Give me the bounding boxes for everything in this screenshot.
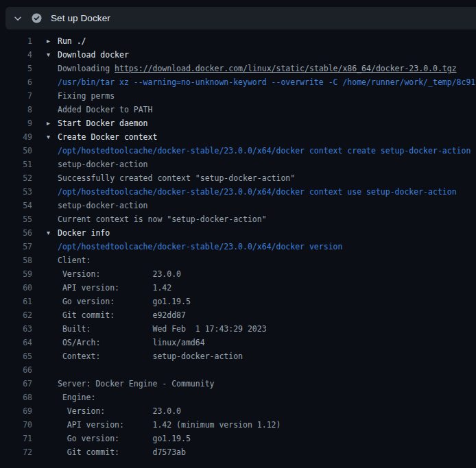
line-number[interactable]: 59 [0,267,32,281]
log-line: 67Server: Docker Engine - Community [0,377,476,391]
line-number[interactable]: 63 [0,322,32,336]
line-number[interactable]: 72 [0,445,32,459]
line-number[interactable]: 71 [0,432,32,445]
arrow-spacer [32,267,58,281]
group-title: Start Docker daemon [58,119,148,128]
arrow-spacer [32,404,58,418]
log-line: 69 Version: 23.0.0 [0,404,476,418]
log-line: 62 Git commit: e92dd87 [0,308,476,322]
line-number[interactable]: 62 [0,308,32,322]
log-text: Version: 23.0.0 [58,267,476,281]
log-command: /opt/hostedtoolcache/docker-stable/23.0.… [58,146,471,156]
arrow-spacer [32,75,58,89]
log-command: /opt/hostedtoolcache/docker-stable/23.0.… [58,187,457,197]
line-number[interactable]: 9 [0,116,32,130]
line-number[interactable]: 7 [0,89,32,103]
log-text: Git commit: d7573ab [58,445,476,459]
log-line: 51setup-docker-action [0,158,476,171]
group-expand-icon[interactable]: ▸ [32,116,58,130]
arrow-spacer [32,363,58,377]
line-number[interactable]: 68 [0,391,32,404]
line-number[interactable]: 57 [0,240,32,254]
log-segment: OS/Arch: linux/amd64 [58,338,205,347]
line-number[interactable]: 55 [0,212,32,226]
group-title: Create Docker context [58,132,157,142]
line-number[interactable]: 1 [0,34,32,48]
log-command: /opt/hostedtoolcache/docker-stable/23.0.… [58,242,342,251]
log-segment: Server: Docker Engine - Community [58,379,214,389]
log-segment: API version: 1.42 (minimum version 1.12) [58,420,281,430]
arrow-spacer [32,240,58,254]
arrow-spacer [32,254,58,267]
line-number[interactable]: 49 [0,130,32,144]
line-number[interactable]: 70 [0,418,32,432]
log-line: 52Successfully created context "setup-do… [0,171,476,185]
log-text: Current context is now "setup-docker-act… [58,212,476,226]
log-link[interactable]: https://download.docker.com/linux/static… [115,64,457,73]
log-segment: Go version: go1.19.5 [58,434,191,443]
line-number[interactable]: 54 [0,199,32,212]
line-number[interactable]: 50 [0,144,32,158]
log-line: 6/usr/bin/tar xz --warning=no-unknown-ke… [0,75,476,89]
group-collapse-icon[interactable]: ▾ [32,48,58,62]
line-number[interactable]: 65 [0,349,32,363]
group-collapse-icon[interactable]: ▾ [32,226,58,240]
line-number[interactable]: 53 [0,185,32,199]
line-number[interactable]: 60 [0,281,32,295]
log-segment: Go version: go1.19.5 [58,297,191,306]
chevron-down-icon[interactable] [13,14,23,23]
arrow-spacer [32,144,58,158]
line-number[interactable]: 66 [0,363,32,377]
log-text: Context: setup-docker-action [58,349,476,363]
log-text: API version: 1.42 (minimum version 1.12) [58,418,476,432]
log-line: 72 Git commit: d7573ab [0,445,476,459]
line-number[interactable]: 64 [0,336,32,349]
group-title: Run ./ [58,36,86,46]
line-number[interactable]: 8 [0,103,32,116]
log-line: 59 Version: 23.0.0 [0,267,476,281]
line-number[interactable]: 4 [0,48,32,62]
log-line: 56▾Docker info [0,226,476,240]
log-segment: Git commit: d7573ab [58,447,186,457]
group-expand-icon[interactable]: ▸ [32,34,58,48]
log-text: /opt/hostedtoolcache/docker-stable/23.0.… [58,185,476,199]
log-line: 49▾Create Docker context [0,130,476,144]
line-number[interactable]: 58 [0,254,32,267]
arrow-spacer [32,103,58,116]
log-line: 57/opt/hostedtoolcache/docker-stable/23.… [0,240,476,254]
line-number[interactable]: 52 [0,171,32,185]
line-number[interactable]: 69 [0,404,32,418]
log-text: Create Docker context [58,130,476,144]
log-text: Added Docker to PATH [58,103,476,116]
log-text: Successfully created context "setup-dock… [58,171,476,185]
arrow-spacer [32,185,58,199]
log-lines: 1▸Run ./4▾Download docker5Downloading ht… [0,34,476,459]
log-text: Go version: go1.19.5 [58,295,476,308]
group-title: Download docker [58,50,129,60]
log-text: Run ./ [58,34,476,48]
log-segment: API version: 1.42 [58,283,171,293]
log-line: 1▸Run ./ [0,34,476,48]
log-text: Start Docker daemon [58,116,476,130]
line-number[interactable]: 6 [0,75,32,89]
log-segment: Successfully created context "setup-dock… [58,173,295,183]
group-collapse-icon[interactable]: ▾ [32,130,58,144]
line-number[interactable]: 51 [0,158,32,171]
log-line: 64 OS/Arch: linux/amd64 [0,336,476,349]
step-header[interactable]: Set up Docker [5,7,476,29]
arrow-spacer [32,89,58,103]
log-segment: Current context is now "setup-docker-act… [58,214,267,224]
log-segment: Version: 23.0.0 [58,269,181,279]
log-line: 50/opt/hostedtoolcache/docker-stable/23.… [0,144,476,158]
line-number[interactable]: 67 [0,377,32,391]
log-text: setup-docker-action [58,199,476,212]
step-title: Set up Docker [51,13,110,23]
log-segment: Context: setup-docker-action [58,352,243,361]
line-number[interactable]: 61 [0,295,32,308]
log-segment: Fixing perms [58,91,115,101]
line-number[interactable]: 56 [0,226,32,240]
line-number[interactable]: 5 [0,62,32,75]
log-segment: Engine: [58,393,95,402]
arrow-spacer [32,158,58,171]
log-container: 1▸Run ./4▾Download docker5Downloading ht… [0,34,476,459]
